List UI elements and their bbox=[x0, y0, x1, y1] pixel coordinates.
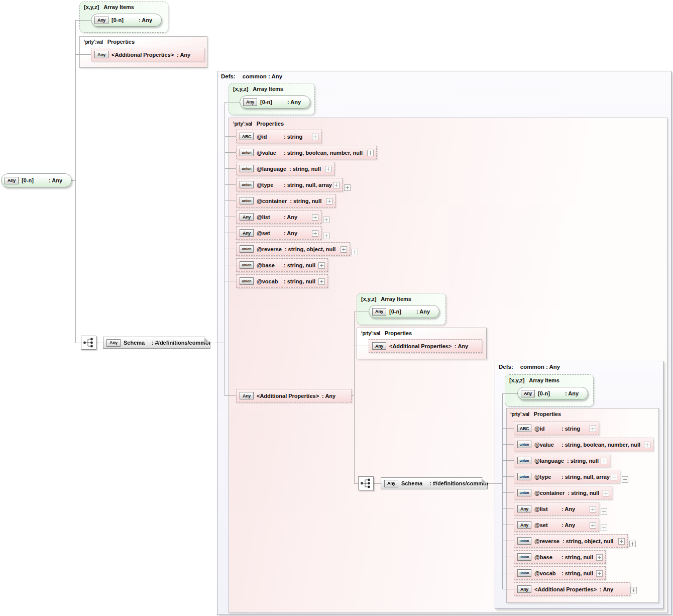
property-row-language[interactable]: union @language : string, null bbox=[236, 162, 334, 175]
expand-icon[interactable] bbox=[323, 233, 329, 239]
property-row-base[interactable]: union @base : string, null bbox=[236, 258, 328, 272]
expand-icon[interactable] bbox=[344, 184, 351, 191]
connector bbox=[225, 168, 236, 169]
property-row-set[interactable]: Any @set : Any bbox=[514, 518, 599, 532]
schema-reference-node[interactable]: Any Schema : #/definitions/common bbox=[103, 337, 210, 349]
property-type: : Any bbox=[284, 214, 297, 220]
expand-icon[interactable] bbox=[629, 541, 636, 547]
property-row-set[interactable]: Any @set : Any bbox=[236, 226, 321, 240]
property-type: : string, null bbox=[284, 262, 315, 268]
expand-icon[interactable] bbox=[590, 426, 596, 432]
expand-icon[interactable] bbox=[596, 554, 603, 561]
array-item-node[interactable]: Any [0-n] : Any bbox=[240, 95, 310, 109]
property-row-id[interactable]: ABC @id : string bbox=[514, 422, 599, 435]
expand-icon[interactable] bbox=[367, 150, 374, 156]
connector bbox=[503, 428, 514, 429]
property-name: @value bbox=[534, 442, 558, 448]
properties-title: Properties bbox=[107, 39, 135, 45]
property-name: @id bbox=[257, 134, 281, 140]
connector bbox=[503, 508, 514, 509]
expand-icon[interactable] bbox=[611, 474, 617, 480]
property-name: @set bbox=[257, 230, 281, 236]
property-row-id[interactable]: ABC @id : string bbox=[236, 130, 321, 143]
type-badge: union bbox=[240, 181, 254, 188]
connector bbox=[374, 483, 381, 484]
expand-icon[interactable] bbox=[630, 587, 637, 593]
properties-title: Properties bbox=[385, 330, 412, 336]
expand-icon[interactable] bbox=[312, 214, 318, 221]
array-item-node[interactable]: Any [0-n] : Any bbox=[517, 387, 588, 400]
property-row-container[interactable]: union @container : string, null bbox=[236, 194, 335, 208]
property-type: : string, null bbox=[567, 458, 599, 464]
expand-icon[interactable] bbox=[323, 217, 329, 223]
connector bbox=[503, 573, 514, 573]
property-row-value[interactable]: union @value : string, boolean, number, … bbox=[514, 438, 653, 451]
expand-icon[interactable] bbox=[318, 278, 325, 285]
expand-icon[interactable] bbox=[601, 508, 607, 515]
expand-icon[interactable] bbox=[618, 538, 625, 545]
properties-tag: ‘prty’:val bbox=[510, 412, 529, 417]
property-row-reverse[interactable]: union @reverse : string, object, null bbox=[236, 242, 350, 256]
node-type: : Any bbox=[565, 390, 579, 396]
array-items-header: [x,y,z] Array Items bbox=[233, 86, 283, 92]
defs-type: common : Any bbox=[520, 364, 560, 370]
property-name: @vocab bbox=[534, 570, 558, 576]
expand-icon[interactable] bbox=[312, 230, 318, 237]
property-row-vocab[interactable]: union @vocab : string, null bbox=[236, 274, 328, 288]
expand-icon[interactable] bbox=[352, 249, 358, 255]
property-row-list[interactable]: Any @list : Any bbox=[514, 502, 599, 516]
connector bbox=[503, 460, 514, 461]
expand-icon[interactable] bbox=[596, 570, 603, 577]
expand-icon[interactable] bbox=[603, 490, 609, 496]
expand-icon[interactable] bbox=[601, 458, 607, 464]
property-type: : string, null bbox=[290, 198, 321, 204]
node-label: [0-n] bbox=[111, 17, 136, 23]
array-items-header: [x,y,z] Array Items bbox=[84, 4, 134, 10]
expand-icon[interactable] bbox=[326, 198, 332, 204]
defs-label: Defs: bbox=[221, 73, 236, 79]
expand-icon[interactable] bbox=[341, 246, 347, 253]
expand-icon[interactable] bbox=[318, 262, 325, 269]
type-badge: Any bbox=[106, 339, 121, 347]
type-badge: Any bbox=[240, 213, 254, 221]
property-row-list[interactable]: Any @list : Any bbox=[236, 210, 321, 224]
property-row-container[interactable]: union @container : string, null bbox=[514, 486, 612, 499]
expand-icon[interactable] bbox=[590, 522, 596, 529]
defs-label: Defs: bbox=[499, 364, 513, 370]
expand-icon[interactable] bbox=[325, 166, 331, 172]
expand-icon[interactable] bbox=[644, 442, 650, 448]
array-item-node[interactable]: Any [0-n] : Any bbox=[369, 305, 439, 318]
array-tag: [x,y,z] bbox=[361, 296, 376, 302]
property-row-value[interactable]: union @value : string, boolean, number, … bbox=[236, 146, 377, 159]
additional-properties-node[interactable]: Any <Additional Properties> : Any bbox=[91, 48, 204, 61]
type-badge: union bbox=[240, 165, 254, 172]
property-row-type[interactable]: union @type : string, null, array bbox=[236, 178, 343, 191]
properties-header: ‘prty’:val Properties bbox=[361, 330, 412, 336]
expand-icon[interactable] bbox=[333, 182, 340, 188]
property-name: @vocab bbox=[257, 278, 281, 284]
node-type: : Any bbox=[49, 177, 62, 183]
connector bbox=[488, 483, 503, 484]
array-item-node[interactable]: Any [0-n] : Any bbox=[91, 14, 162, 27]
property-row-type[interactable]: union @type : string, null, array bbox=[514, 470, 620, 483]
schema-reference-node[interactable]: Any Schema : #/definitions/common bbox=[381, 477, 488, 489]
node-type: : Any bbox=[139, 17, 152, 23]
expand-icon[interactable] bbox=[590, 506, 596, 512]
property-row-language[interactable]: union @language : string, null bbox=[514, 454, 610, 467]
additional-properties-node[interactable]: Any <Additional Properties> : Any bbox=[236, 389, 352, 402]
defs-type: common : Any bbox=[243, 73, 282, 79]
property-row-vocab[interactable]: union @vocab : string, null bbox=[514, 566, 606, 580]
property-row-reverse[interactable]: union @reverse : string, object, null bbox=[514, 534, 628, 548]
type-badge: union bbox=[240, 277, 254, 285]
properties-tag: ‘prty’:val bbox=[84, 39, 103, 45]
additional-properties-node[interactable]: Any <Additional Properties> : Any bbox=[369, 339, 482, 353]
additional-properties-node[interactable]: Any <Additional Properties> : Any bbox=[514, 582, 630, 596]
expand-icon[interactable] bbox=[622, 476, 628, 483]
type-badge: union bbox=[517, 489, 531, 496]
property-row-base[interactable]: union @base : string, null bbox=[514, 550, 606, 564]
expand-icon[interactable] bbox=[312, 134, 318, 140]
connector bbox=[225, 281, 236, 281]
node-label: [0-n] bbox=[389, 309, 413, 315]
expand-icon[interactable] bbox=[601, 525, 607, 531]
root-any-node[interactable]: Any [0-n] : Any bbox=[1, 173, 72, 187]
